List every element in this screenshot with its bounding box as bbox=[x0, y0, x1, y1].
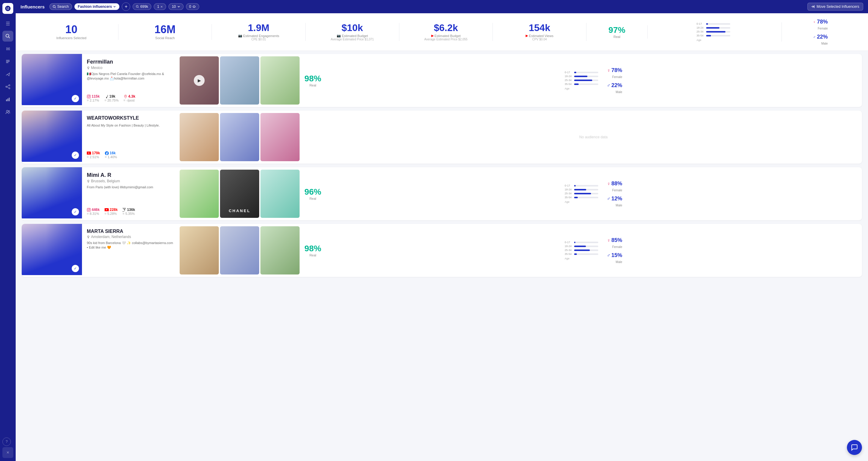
media-thumb-1[interactable] bbox=[180, 170, 219, 218]
add-filter-button[interactable]: + bbox=[122, 2, 130, 11]
real-score: 98% Real bbox=[301, 224, 325, 277]
sidebar-icon-search[interactable] bbox=[2, 31, 13, 41]
influencer-info: WEARTOWORKSTYLE All About My Style on Fa… bbox=[82, 111, 179, 164]
media-thumb-3[interactable] bbox=[260, 56, 300, 104]
sidebar-icon-lists[interactable] bbox=[2, 56, 13, 67]
svg-text:IJ: IJ bbox=[7, 7, 9, 10]
no-audience-text: No audience data bbox=[579, 135, 608, 139]
count-filter[interactable]: 699k bbox=[133, 3, 151, 10]
card-gender: ♀ 78% Female ♂ 22% Male bbox=[607, 67, 622, 94]
influencer-bio: From Paris (with love) lifebymimi@gmail.… bbox=[87, 185, 174, 189]
media-grid bbox=[179, 224, 301, 277]
selected-count-filter[interactable]: 1 ✕ bbox=[154, 3, 166, 10]
media-grid: CHANEL bbox=[179, 167, 301, 220]
sidebar-icon-team[interactable] bbox=[2, 107, 13, 118]
influencers-count: 10 bbox=[65, 24, 78, 35]
sidebar-icon-messages[interactable]: ✉ bbox=[2, 43, 13, 54]
media-thumb-2[interactable] bbox=[220, 113, 259, 161]
sidebar-icon-help[interactable]: ? bbox=[2, 437, 11, 446]
main-area: Influencers Search Fashion influencers +… bbox=[16, 0, 868, 461]
move-influencers-button[interactable]: Move Selected Influencers bbox=[807, 3, 863, 10]
sidebar-icon-close[interactable]: ✕ bbox=[2, 447, 13, 458]
svg-point-15 bbox=[6, 110, 8, 112]
age-row-18-24: 18-24 bbox=[696, 26, 733, 29]
clear-selected-icon[interactable]: ✕ bbox=[160, 5, 163, 8]
selected-check[interactable]: ✓ bbox=[72, 208, 79, 215]
svg-rect-28 bbox=[87, 208, 90, 212]
media-thumb-3[interactable] bbox=[260, 226, 300, 275]
male-row: ♂ 22% bbox=[813, 34, 828, 40]
profile-section: ✓ bbox=[22, 111, 82, 162]
influencer-card: ✓ Mimi A. R Brussels, Belgium From Paris… bbox=[22, 167, 862, 220]
profile-section: ✓ bbox=[22, 54, 82, 105]
chat-button[interactable] bbox=[847, 440, 862, 455]
media-thumb-chanel[interactable]: CHANEL bbox=[220, 170, 259, 218]
influencer-stats: 115k = 2.17% 19k = 20.75% bbox=[87, 94, 174, 102]
selected-check[interactable]: ✓ bbox=[72, 95, 79, 102]
real-pct-label: Real bbox=[310, 253, 316, 257]
platform-ig-stat: 446k = 8.31% bbox=[87, 208, 100, 215]
overall-audience-chart: 0-17 18-24 25-34 35-54 Age bbox=[648, 22, 782, 41]
chanel-text: CHANEL bbox=[229, 209, 250, 213]
real-label: Real bbox=[614, 35, 621, 38]
selected-check[interactable]: ✓ bbox=[72, 152, 79, 159]
stat-budget-yt: $6.2k ▶ Estimated Budget Average Estimat… bbox=[399, 23, 493, 41]
social-reach-value: 16M bbox=[154, 24, 176, 35]
sidebar-icon-share[interactable] bbox=[2, 81, 13, 92]
svg-rect-22 bbox=[87, 95, 90, 98]
budget-yt-label: Estimated Budget bbox=[435, 34, 461, 38]
sidebar-icon-menu[interactable]: ☰ bbox=[2, 18, 13, 29]
search-label: Search bbox=[57, 4, 69, 9]
svg-point-29 bbox=[88, 209, 90, 210]
influencer-stats: 179k = 2.51% 16k = 1.40% bbox=[87, 151, 174, 159]
svg-line-11 bbox=[7, 87, 9, 88]
influencer-bio: 90s kid from Barcelona 🤍 ✨ collabs@bymar… bbox=[87, 241, 174, 250]
card-gender: ♀ 88% Female ♂ 12% Male bbox=[607, 181, 622, 207]
views-yt-sub: CPV $0.04 bbox=[532, 38, 547, 41]
play-button[interactable]: ▶ bbox=[194, 75, 205, 86]
male-label: Male bbox=[821, 42, 828, 45]
count-filter-value: 699k bbox=[140, 4, 148, 9]
male-icon: ♂ bbox=[813, 35, 816, 39]
budget-ig-sub: Average Estimated Price $1,071 bbox=[331, 38, 374, 41]
real-pct-label: Real bbox=[310, 84, 316, 87]
views-yt-label: Estimated Views bbox=[529, 34, 553, 38]
platform-yt-stat: 179k = 2.51% bbox=[87, 151, 100, 159]
influencer-location: Mexico bbox=[87, 66, 174, 70]
search-filter-pill[interactable]: Search bbox=[50, 3, 72, 10]
influencer-bio: All About My Style on Fashion | Beauty |… bbox=[87, 123, 174, 128]
media-thumb-1[interactable] bbox=[180, 113, 219, 161]
svg-point-17 bbox=[53, 5, 55, 7]
svg-point-19 bbox=[136, 5, 138, 7]
media-thumb-2[interactable] bbox=[220, 56, 259, 104]
sidebar-icon-campaigns[interactable] bbox=[2, 69, 13, 80]
fashion-filter-pill[interactable]: Fashion influencers bbox=[74, 3, 119, 10]
svg-line-10 bbox=[7, 86, 9, 87]
svg-line-20 bbox=[138, 7, 139, 8]
selected-value: 1 bbox=[157, 4, 159, 9]
real-pct: 97% bbox=[609, 25, 625, 35]
svg-point-7 bbox=[9, 85, 10, 86]
media-thumb-1[interactable]: ▶ bbox=[180, 56, 219, 104]
card-gender: ♀ 85% Female ♂ 15% Male bbox=[607, 237, 622, 264]
media-grid: ▶ bbox=[179, 54, 301, 107]
sidebar-icon-analytics[interactable] bbox=[2, 94, 13, 105]
media-thumb-3[interactable] bbox=[260, 113, 300, 161]
svg-rect-12 bbox=[6, 99, 7, 101]
views-yt-value: 154k bbox=[529, 23, 550, 33]
selected-check[interactable]: ✓ bbox=[72, 265, 79, 272]
app-logo[interactable]: IJ bbox=[2, 3, 13, 14]
page-title: Influencers bbox=[21, 4, 44, 9]
influencer-name: Ferrmillan bbox=[87, 59, 174, 65]
media-thumb-3[interactable] bbox=[260, 170, 300, 218]
svg-point-30 bbox=[90, 209, 90, 209]
zero-filter[interactable]: 0 bbox=[186, 3, 199, 10]
play-overlay[interactable]: ▶ bbox=[180, 56, 219, 104]
real-pct-value: 98% bbox=[304, 244, 321, 253]
real-pct-label: Real bbox=[310, 197, 316, 201]
limit-filter[interactable]: 10 bbox=[168, 3, 183, 10]
svg-rect-5 bbox=[6, 61, 10, 62]
media-thumb-1[interactable] bbox=[180, 226, 219, 275]
influencers-label: Influencers Selected bbox=[56, 36, 87, 40]
media-thumb-2[interactable] bbox=[220, 226, 259, 275]
